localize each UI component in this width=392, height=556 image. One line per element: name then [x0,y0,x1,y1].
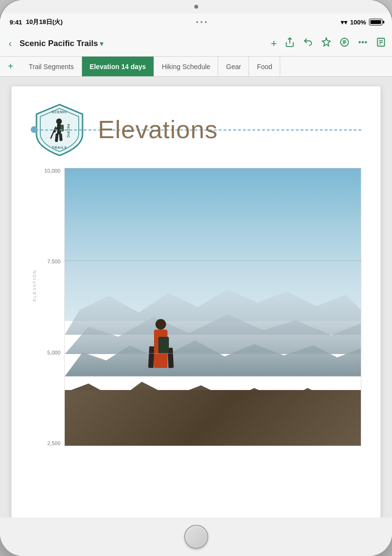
y-label-2500: 2,500 [44,440,60,446]
date-label: 10月18日(火) [26,18,63,26]
grid-line-10000 [64,168,361,168]
home-button[interactable] [184,525,208,549]
tab-gear[interactable]: Gear [218,57,249,76]
person-leg-left [148,346,154,368]
photo-rocks [65,390,361,446]
sheet-title: Elevations [98,115,218,144]
share-button[interactable] [285,37,295,50]
svg-point-12 [56,118,62,124]
content-area: SCENIC PACIFIC TRAILS Elevations ELEVATI… [0,77,392,518]
tab-food[interactable]: Food [249,57,280,76]
time-label: 9:41 [10,19,22,26]
chart-container: ELEVATION 10,000 7,500 5,000 2,500 [31,168,361,446]
chart-area [64,168,361,446]
tab-hiking-schedule[interactable]: Hiking Schedule [154,57,218,76]
add-tab-button[interactable]: + [0,57,21,76]
dot-1 [196,21,198,23]
back-button[interactable]: ‹ [6,36,15,51]
toolbar: ‹ Scenic Pacific Trails ▾ + [0,31,392,57]
svg-text:PACIFIC: PACIFIC [67,124,70,138]
toolbar-actions: + [271,37,386,50]
battery-icon [369,19,382,25]
svg-text:TRAILS: TRAILS [52,146,67,149]
add-button[interactable]: + [271,37,277,50]
svg-rect-11 [57,124,61,134]
y-label-5000: 5,000 [44,350,60,355]
battery-percent: 100% [350,19,366,26]
title-text: Scenic Pacific Trails [20,39,98,48]
title-chevron-icon[interactable]: ▾ [100,40,103,47]
tab-trail-segments[interactable]: Trail Segments [21,57,82,76]
pin-button[interactable] [321,37,332,50]
svg-point-4 [359,41,360,43]
tab-elevation[interactable]: Elevation 14 days [82,57,154,76]
grid-line-5000 [64,353,361,354]
grid-line-7500 [64,260,361,261]
y-label-10000: 10,000 [44,168,60,174]
undo-button[interactable] [303,37,313,50]
add-tab-icon: + [8,61,13,72]
hiker-person [148,291,174,368]
dashed-dot [31,126,37,133]
chart-y-axis: ELEVATION 10,000 7,500 5,000 2,500 [31,168,64,446]
status-indicators: ▾▾ 100% [341,19,382,26]
tabs-bar: + Trail Segments Elevation 14 days Hikin… [0,57,392,77]
y-axis-title: ELEVATION [32,266,37,305]
sheet-header: SCENIC PACIFIC TRAILS Elevations [31,101,361,158]
svg-point-6 [365,41,367,43]
device-top-bar [0,0,392,13]
camera-dot [194,5,198,9]
svg-point-5 [362,41,364,43]
status-dots [196,21,207,23]
elevation-photo [64,168,361,446]
status-bar: 9:41 10月18日(火) ▾▾ 100% [0,13,392,31]
format-button[interactable] [339,37,350,50]
wifi-icon: ▾▾ [341,19,347,26]
person-head [155,319,166,330]
more-button[interactable] [357,37,368,50]
sheet: SCENIC PACIFIC TRAILS Elevations ELEVATI… [12,86,380,518]
status-time: 9:41 10月18日(火) [10,18,63,26]
doc-button[interactable] [376,37,386,50]
person-pack [158,337,169,354]
dot-2 [201,21,202,23]
svg-text:SCENIC: SCENIC [52,110,67,114]
dot-3 [205,21,207,23]
device-bottom [0,518,392,556]
y-label-7500: 7,500 [44,259,60,264]
document-title: Scenic Pacific Trails ▾ [20,39,266,48]
ipad-device: 9:41 10月18日(火) ▾▾ 100% ‹ Scenic Pacific … [0,0,392,556]
